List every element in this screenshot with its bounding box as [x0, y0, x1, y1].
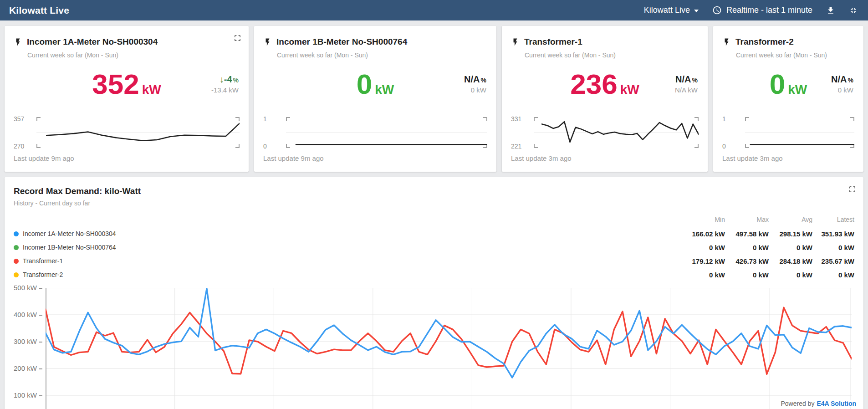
stat-max: 0 kW: [725, 240, 769, 254]
delta-unit: %: [848, 77, 853, 84]
card-subtitle: Current week so far (Mon - Sun): [525, 51, 699, 59]
y-axis-tick: 500 kW: [14, 284, 40, 291]
stat-cards-row: Incomer 1A-Meter No-SH000304 Current wee…: [5, 26, 863, 172]
lightning-bolt-icon: [511, 38, 520, 46]
card-subtitle: Current week so far (Mon - Sun): [736, 51, 854, 59]
column-header-max: Max: [725, 213, 769, 225]
last-update: Last update 9m ago: [14, 154, 240, 162]
series-color-dot: [14, 231, 19, 236]
delta-value: ↓-4: [220, 74, 232, 84]
app-title: Kilowatt Live: [9, 5, 69, 16]
lightning-bolt-icon: [722, 38, 731, 46]
spark-max-label: 1: [722, 115, 726, 123]
stat-latest: 0 kW: [812, 240, 854, 254]
chart-plot-area: [46, 288, 852, 409]
spark-max-label: 331: [511, 115, 521, 123]
stat-avg: 284.18 kW: [769, 254, 812, 268]
dashboard-selector-label: Kilowatt Live: [644, 5, 690, 15]
download-icon[interactable]: [826, 6, 835, 15]
sparkline: [745, 118, 854, 147]
delta-sub-value: 0 kW: [831, 86, 853, 94]
powered-by: Powered byE4A Solution: [778, 400, 856, 407]
chevron-down-icon: [694, 10, 699, 12]
column-header-latest: Latest: [812, 213, 854, 225]
last-update: Last update 3m ago: [722, 154, 854, 162]
series-color-dot: [14, 259, 19, 264]
spark-min-label: 221: [511, 143, 521, 150]
series-label: Incomer 1B-Meter No-SH000764: [23, 244, 116, 251]
lightning-bolt-icon: [14, 38, 22, 46]
powered-by-label: Powered by: [781, 400, 814, 407]
spark-max-label: 357: [14, 115, 24, 123]
stat-latest: 235.67 kW: [812, 254, 854, 268]
compress-icon[interactable]: [849, 6, 858, 15]
demand-chart: 500 kW 400 kW 300 kW 200 kW 100 kW: [14, 288, 852, 409]
panel-subtitle: History - Current day so far: [14, 199, 854, 207]
delta-indicator: N/A% 0 kW: [464, 74, 486, 94]
delta-value: N/A: [464, 74, 480, 84]
card-title: Transformer-2: [735, 37, 794, 47]
spark-max-label: 1: [263, 115, 267, 123]
stat-min: 166.02 kW: [675, 227, 725, 240]
last-update: Last update 3m ago: [511, 154, 699, 162]
current-value: 236kW: [511, 68, 699, 100]
sparkline: [286, 118, 487, 147]
stat-latest: 351.93 kW: [812, 227, 854, 240]
lightning-bolt-icon: [263, 38, 272, 46]
legend-item-incomer-1a[interactable]: Incomer 1A-Meter No-SH000304: [14, 227, 675, 240]
delta-indicator: N/A% 0 kW: [831, 74, 853, 94]
series-label: Transformer-1: [23, 257, 63, 265]
fullscreen-expand-icon[interactable]: [234, 34, 241, 42]
legend-stats-table: Min Max Avg Latest Incomer 1A-Meter No-S…: [14, 213, 854, 281]
current-value: 0kW: [263, 68, 487, 100]
series-color-dot: [14, 245, 19, 250]
delta-unit: %: [481, 77, 486, 84]
card-title: Incomer 1A-Meter No-SH000304: [27, 37, 158, 47]
stat-card-transformer-1: Transformer-1 Current week so far (Mon -…: [502, 26, 708, 172]
spark-min-label: 270: [14, 143, 24, 150]
stat-min: 0 kW: [675, 240, 725, 254]
header-controls: Kilowatt Live Realtime - last 1 minute: [644, 5, 858, 15]
y-axis-tick: 100 kW: [14, 391, 40, 399]
time-range-label: Realtime - last 1 minute: [726, 5, 812, 15]
stat-min: 179.12 kW: [675, 254, 725, 268]
record-max-demand-panel: Record Max Demand: kilo-Watt History - C…: [5, 177, 863, 409]
stat-latest: 0 kW: [812, 268, 854, 281]
stat-max: 426.73 kW: [725, 254, 769, 268]
stat-card-transformer-2: Transformer-2 Current week so far (Mon -…: [713, 26, 863, 172]
legend-item-transformer-2[interactable]: Transformer-2: [14, 268, 675, 281]
delta-unit: %: [233, 77, 239, 84]
card-subtitle: Current week so far (Mon - Sun): [277, 51, 487, 59]
legend-item-transformer-1[interactable]: Transformer-1: [14, 254, 675, 268]
delta-sub-value: -13.4 kW: [211, 86, 239, 94]
stat-avg: 298.15 kW: [769, 227, 812, 240]
column-header-avg: Avg: [769, 213, 812, 225]
stat-card-incomer-1a: Incomer 1A-Meter No-SH000304 Current wee…: [5, 26, 249, 172]
card-title: Incomer 1B-Meter No-SH000764: [276, 37, 407, 47]
stat-card-incomer-1b: Incomer 1B-Meter No-SH000764 Current wee…: [254, 26, 496, 172]
delta-sub-value: 0 kW: [464, 86, 486, 94]
brand-link[interactable]: E4A Solution: [817, 400, 856, 407]
last-update: Last update 9m ago: [263, 154, 487, 162]
dashboard-selector[interactable]: Kilowatt Live: [644, 5, 699, 15]
fullscreen-expand-icon[interactable]: [848, 185, 856, 193]
series-color-dot: [14, 272, 19, 277]
delta-indicator: N/A% N/A kW: [675, 74, 698, 94]
legend-item-incomer-1b[interactable]: Incomer 1B-Meter No-SH000764: [14, 240, 675, 254]
stat-avg: 0 kW: [769, 268, 812, 281]
panel-title: Record Max Demand: kilo-Watt: [14, 186, 854, 196]
y-axis-tick: 400 kW: [14, 311, 40, 318]
card-title: Transformer-1: [524, 37, 582, 47]
series-label: Transformer-2: [23, 271, 63, 278]
time-range-picker[interactable]: Realtime - last 1 minute: [712, 5, 812, 15]
delta-unit: %: [692, 77, 698, 84]
spark-min-label: 0: [263, 143, 267, 150]
sparkline: [36, 118, 240, 147]
stat-max: 497.58 kW: [725, 227, 769, 240]
delta-value: N/A: [831, 74, 847, 84]
delta-indicator: ↓-4% -13.4 kW: [211, 74, 239, 94]
y-axis-tick: 300 kW: [14, 337, 40, 345]
card-subtitle: Current week so far (Mon - Sun): [27, 51, 240, 59]
series-label: Incomer 1A-Meter No-SH000304: [23, 230, 116, 237]
delta-sub-value: N/A kW: [675, 86, 698, 94]
